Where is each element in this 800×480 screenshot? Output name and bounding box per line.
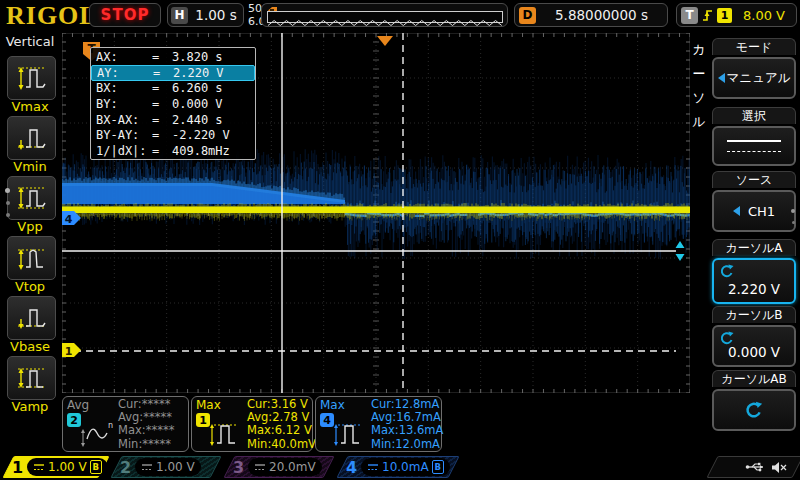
speaker-muted-icon — [771, 461, 787, 474]
bandwidth-limit-badge: B — [90, 460, 102, 474]
meas-key: Cur: — [247, 397, 271, 411]
left-triangle-icon — [718, 73, 725, 83]
eq-sign: = — [152, 97, 172, 111]
channel3-status[interactable]: 3 20.0mV — [223, 456, 334, 478]
vbase-button[interactable] — [7, 296, 56, 340]
tab-letter: ソ — [688, 86, 710, 110]
ch1-ground-marker-label: 1 — [65, 345, 73, 358]
cursor-readout-row: BX: = 6.260 s — [91, 81, 255, 97]
trigger-box[interactable]: T 1 8.00 V — [676, 3, 797, 27]
meas-key: Avg: — [247, 410, 272, 424]
vtop-icon — [14, 243, 50, 273]
meas-key: Max: — [118, 423, 146, 437]
dc-coupling-icon — [367, 462, 379, 472]
horizontal-scale-box[interactable]: H 1.00 s — [167, 3, 244, 27]
vtop-button[interactable] — [7, 236, 56, 280]
eq-sign: = — [152, 128, 172, 142]
cursor-b-value: 0.000 V — [714, 344, 794, 360]
vpp-label: Vpp — [0, 219, 60, 234]
meas-key: Min: — [118, 437, 142, 451]
cursor-a-line-style-icon — [727, 140, 781, 142]
select-button[interactable] — [712, 126, 796, 166]
waveform-preview-strip — [267, 11, 503, 23]
cursor-bx-value: 6.260 s — [172, 81, 223, 95]
meas-value: 12.0mA — [395, 437, 440, 451]
meas-key: Avg: — [118, 410, 143, 424]
left-menu-page-dot — [6, 201, 10, 205]
vmax-button[interactable] — [7, 56, 56, 100]
dc-coupling-icon — [141, 462, 153, 472]
delay-value: 5.88000000 s — [540, 7, 663, 23]
meas-key: Cur: — [118, 397, 142, 411]
horizontal-label: H — [171, 7, 188, 24]
meas-value: 12.8mA — [395, 397, 440, 411]
right-menu-page-dot — [792, 221, 795, 224]
measurement-stat-label: Avg — [67, 398, 89, 412]
measurement-stat-label: Max — [320, 398, 345, 412]
channel3-scale: 20.0mV — [269, 460, 316, 474]
vbase-label: Vbase — [0, 339, 60, 354]
vpp-button[interactable] — [7, 176, 56, 220]
source-header: ソース — [712, 171, 796, 188]
vmax-label: Vmax — [0, 99, 60, 114]
channel2-status[interactable]: 2 1.00 V — [110, 456, 221, 478]
channel2-scale: 1.00 V — [156, 460, 195, 474]
meas-key: Avg: — [371, 410, 396, 424]
vpp-icon — [14, 183, 50, 213]
cursor-ab-button[interactable] — [712, 389, 796, 431]
channel4-number: 4 — [345, 458, 358, 477]
cursor-ax-value: 3.820 s — [172, 50, 223, 64]
cursor-a-value: 2.220 V — [714, 281, 794, 297]
cursor-freq-label: 1/|dX|: — [96, 144, 152, 158]
cursor-readout-row: BY-AY: = -2.220 V — [91, 127, 255, 143]
vbase-icon — [14, 303, 50, 333]
meas-value: ***** — [143, 410, 172, 424]
measurement-stat-label: Max — [196, 398, 221, 412]
meas-value: ***** — [142, 437, 171, 451]
eq-sign: = — [152, 113, 172, 127]
left-menu-page-dot — [5, 188, 10, 193]
meas-value: 2.78 V — [272, 410, 309, 424]
trigger-delay-marker-icon[interactable] — [377, 36, 393, 46]
vamp-button[interactable] — [7, 356, 56, 400]
run-state-indicator[interactable]: STOP — [89, 3, 161, 27]
cursor-b-header: カーソルB — [712, 306, 796, 323]
vamp-label: Vamp — [0, 399, 60, 414]
rigol-logo: RIGOL — [6, 1, 98, 31]
select-header: 選択 — [712, 107, 796, 124]
source-button[interactable]: CH1 — [712, 190, 796, 232]
channel3-number: 3 — [232, 458, 245, 477]
cursor-ay-handle-icon[interactable] — [676, 241, 685, 261]
cursor-b-button[interactable]: 0.000 V — [712, 325, 796, 367]
delay-box: D 5.88000000 s — [514, 3, 668, 27]
trigger-level-value: 8.00 V — [736, 8, 792, 23]
dc-coupling-icon — [254, 462, 266, 472]
vmin-button[interactable] — [7, 116, 56, 160]
cursor-readout-row-selected: AY: = 2.220 V — [91, 65, 255, 81]
eq-sign: = — [152, 50, 172, 64]
vmax-icon — [14, 63, 50, 93]
channel1-scale: 1.00 V — [48, 460, 87, 474]
measurement-box-ch1: Max 1 Cur:3.16 V Avg:2.78 V Max:6.12 V M… — [191, 396, 313, 452]
cursor-ab-header: カーソルAB — [712, 370, 796, 387]
meas-key: Max: — [247, 423, 275, 437]
bandwidth-limit-badge: B — [432, 460, 444, 474]
svg-text:n: n — [108, 421, 113, 430]
right-menu-page-dot — [791, 209, 795, 213]
mode-button[interactable]: マニュアル — [712, 57, 796, 99]
ch4-ground-marker-label: 4 — [65, 213, 73, 226]
cursor-readout-row: 1/|dX|: = 409.8mHz — [91, 143, 255, 159]
meas-key: Cur: — [371, 397, 395, 411]
cursor-a-button[interactable]: 2.220 V — [712, 258, 796, 304]
channel1-status[interactable]: 1 1.00 V B — [2, 456, 109, 478]
cursor-readout-row: BX-AX: = 2.440 s — [91, 112, 255, 128]
meas-value: 6.12 V — [275, 423, 312, 437]
channel1-number: 1 — [11, 458, 24, 477]
menu-tab-cursor[interactable]: カ ー ソ ル — [688, 38, 710, 134]
tab-letter: ル — [688, 110, 710, 134]
channel2-number: 2 — [119, 458, 132, 477]
source-value: CH1 — [748, 204, 775, 219]
dc-coupling-icon — [33, 462, 45, 472]
channel4-status[interactable]: 4 10.0mA B — [336, 456, 459, 478]
tab-letter: カ — [688, 38, 710, 62]
